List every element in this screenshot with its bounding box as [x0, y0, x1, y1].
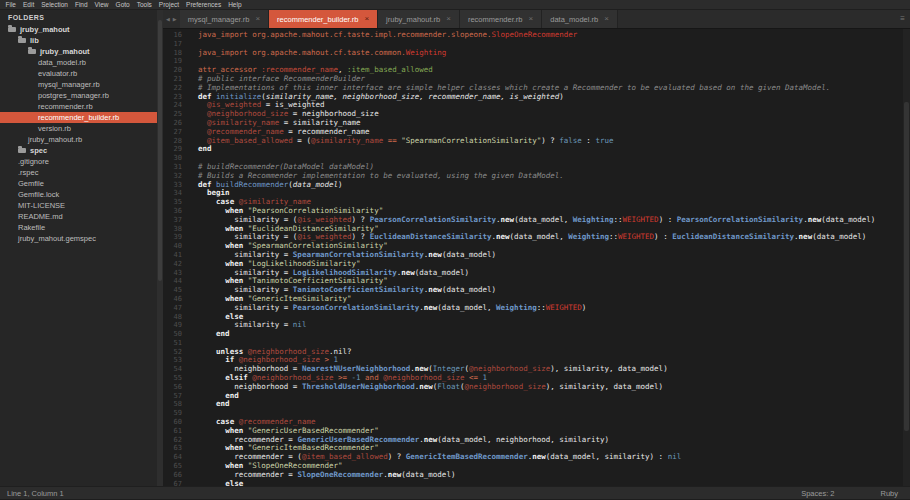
tab-scroll-left-icon[interactable]: ◀: [166, 16, 170, 22]
folders-header: FOLDERS: [0, 10, 163, 24]
editor-scrollbar[interactable]: [903, 29, 910, 486]
tab-jruby_mahout.rb[interactable]: jruby_mahout.rb×: [378, 10, 460, 28]
sidebar-item-.gitignore[interactable]: .gitignore: [0, 156, 163, 167]
menu-item-find[interactable]: Find: [71, 0, 91, 10]
code-line[interactable]: 28 @item_based_allowed = (@similarity_na…: [163, 137, 910, 146]
sidebar-item-version.rb[interactable]: version.rb: [0, 123, 163, 134]
tab-label: data_model.rb: [550, 15, 598, 24]
tab-close-icon[interactable]: ×: [604, 15, 609, 23]
tab-mysql_manager.rb[interactable]: mysql_manager.rb×: [180, 10, 269, 28]
line-number: 49: [163, 321, 189, 330]
line-number: 63: [163, 444, 189, 453]
sidebar-item-Gemfile[interactable]: Gemfile: [0, 178, 163, 189]
code-text: end: [189, 145, 212, 154]
menu-item-preferences[interactable]: Preferences: [183, 0, 225, 10]
indentation-setting[interactable]: Spaces: 2: [801, 489, 834, 498]
line-number: 46: [163, 295, 189, 304]
menu-item-selection[interactable]: Selection: [38, 0, 72, 10]
menu-item-goto[interactable]: Goto: [112, 0, 133, 10]
code-line[interactable]: 29 end: [163, 145, 910, 154]
line-number: 51: [163, 339, 189, 348]
sidebar-item-recommender_builder.rb[interactable]: recommender_builder.rb: [0, 112, 163, 123]
sidebar-item-label: README.md: [18, 212, 63, 221]
sidebar-item-label: jruby_mahout.gemspec: [18, 234, 96, 243]
sidebar-scrollbar-thumb[interactable]: [158, 20, 162, 282]
menu-item-project[interactable]: Project: [155, 0, 182, 10]
tab-close-icon[interactable]: ×: [364, 15, 369, 23]
line-number: 45: [163, 286, 189, 295]
code-line[interactable]: 16 java_import org.apache.mahout.cf.tast…: [163, 31, 910, 40]
code-text: @item_based_allowed = (@similarity_name …: [189, 137, 613, 146]
sidebar-item-jruby_mahout[interactable]: jruby_mahout: [0, 46, 163, 57]
code-line[interactable]: 33 def buildRecommender(data_model): [163, 181, 910, 190]
sidebar-item-label: jruby_mahout.rb: [28, 135, 82, 144]
sidebar-item-MIT-LICENSE[interactable]: MIT-LICENSE: [0, 200, 163, 211]
line-number: 26: [163, 119, 189, 128]
tab-overflow-icon[interactable]: ≡: [900, 15, 905, 23]
tab-recommender.rb[interactable]: recommender.rb×: [460, 10, 542, 28]
code-line[interactable]: 50 end: [163, 330, 910, 339]
code-line[interactable]: 18 java_import org.apache.mahout.cf.tast…: [163, 49, 910, 58]
tab-scroll-right-icon[interactable]: ▶: [173, 16, 177, 22]
sidebar-item-jruby_mahout.gemspec[interactable]: jruby_mahout.gemspec: [0, 233, 163, 244]
sidebar-item-lib[interactable]: lib: [0, 35, 163, 46]
code-text: java_import org.apache.mahout.cf.taste.c…: [189, 49, 446, 58]
code-line[interactable]: 58 end: [163, 400, 910, 409]
code-line[interactable]: 49 similarity = nil: [163, 321, 910, 330]
line-number: 58: [163, 400, 189, 409]
menu-item-file[interactable]: File: [2, 0, 19, 10]
line-number: 54: [163, 365, 189, 374]
code-line[interactable]: 57 end: [163, 392, 910, 401]
line-number: 33: [163, 181, 189, 190]
code-line[interactable]: 47 similarity = PearsonCorrelationSimila…: [163, 304, 910, 313]
menu-item-edit[interactable]: Edit: [19, 0, 37, 10]
sidebar-item-evaluator.rb[interactable]: evaluator.rb: [0, 68, 163, 79]
line-number: 32: [163, 172, 189, 181]
editor-column: ◀ ▶ mysql_manager.rb×recommender_builder…: [163, 10, 910, 486]
sidebar-item-.rspec[interactable]: .rspec: [0, 167, 163, 178]
code-line[interactable]: 67 else: [163, 480, 910, 486]
code-text: end: [189, 330, 230, 339]
sidebar-item-label: Gemfile.lock: [18, 190, 59, 199]
sidebar-item-Gemfile.lock[interactable]: Gemfile.lock: [0, 189, 163, 200]
code-lines: 16 java_import org.apache.mahout.cf.tast…: [163, 31, 910, 486]
code-editor[interactable]: 16 java_import org.apache.mahout.cf.tast…: [163, 29, 910, 486]
code-line[interactable]: 56 neighborhood = ThresholdUserNeighborh…: [163, 383, 910, 392]
tab-close-icon[interactable]: ×: [446, 15, 451, 23]
line-number: 31: [163, 163, 189, 172]
syntax-selector[interactable]: Ruby: [880, 489, 898, 498]
line-number: 44: [163, 277, 189, 286]
sidebar-item-jruby_mahout[interactable]: jruby_mahout: [0, 24, 163, 35]
code-line[interactable]: 66 recommender = SlopeOneRecommender.new…: [163, 471, 910, 480]
sidebar-item-label: recommender_builder.rb: [38, 113, 119, 122]
tab-data_model.rb[interactable]: data_model.rb×: [542, 10, 618, 28]
sidebar-item-data_model.rb[interactable]: data_model.rb: [0, 57, 163, 68]
editor-scrollbar-thumb[interactable]: [904, 102, 909, 431]
sidebar-item-README.md[interactable]: README.md: [0, 211, 163, 222]
sidebar-item-mysql_manager.rb[interactable]: mysql_manager.rb: [0, 79, 163, 90]
tab-close-icon[interactable]: ×: [529, 15, 534, 23]
tab-label: recommender.rb: [468, 15, 523, 24]
menu-item-view[interactable]: View: [91, 0, 112, 10]
sidebar-item-recommender.rb[interactable]: recommender.rb: [0, 101, 163, 112]
sidebar-item-postgres_manager.rb[interactable]: postgres_manager.rb: [0, 90, 163, 101]
line-number: 62: [163, 436, 189, 445]
tab-recommender_builder.rb[interactable]: recommender_builder.rb×: [269, 10, 378, 28]
sidebar-item-label: lib: [30, 36, 39, 45]
sidebar-item-label: postgres_manager.rb: [38, 91, 109, 100]
menu-item-tools[interactable]: Tools: [133, 0, 155, 10]
line-number: 52: [163, 348, 189, 357]
line-number: 64: [163, 453, 189, 462]
tab-close-icon[interactable]: ×: [255, 15, 260, 23]
line-number: 67: [163, 480, 189, 486]
sidebar-item-spec[interactable]: spec: [0, 145, 163, 156]
line-number: 29: [163, 145, 189, 154]
sidebar-item-jruby_mahout.rb[interactable]: jruby_mahout.rb: [0, 134, 163, 145]
sidebar-item-label: version.rb: [38, 124, 71, 133]
line-number: 24: [163, 101, 189, 110]
line-number: 37: [163, 216, 189, 225]
line-number: 50: [163, 330, 189, 339]
menu-item-help[interactable]: Help: [225, 0, 245, 10]
sidebar-item-Rakefile[interactable]: Rakefile: [0, 222, 163, 233]
line-number: 25: [163, 110, 189, 119]
